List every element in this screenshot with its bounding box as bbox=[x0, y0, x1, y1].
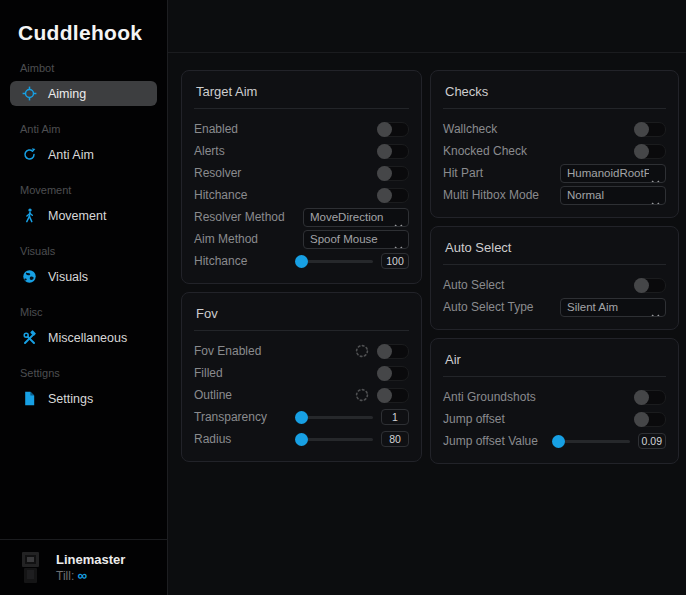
panel-title: Auto Select bbox=[443, 237, 666, 265]
sidebar-item-label: Settings bbox=[48, 392, 93, 406]
radius-slider[interactable] bbox=[301, 438, 373, 441]
setting-row: Resolver Method MoveDirection bbox=[194, 206, 409, 228]
setting-row: Auto Select Type Silent Aim bbox=[443, 296, 666, 318]
tools-icon bbox=[22, 330, 37, 345]
transparency-slider[interactable] bbox=[301, 416, 373, 419]
top-bar bbox=[168, 0, 686, 53]
slider-knob[interactable] bbox=[295, 411, 308, 424]
sidebar-item-label: Movement bbox=[48, 209, 106, 223]
file-icon bbox=[22, 391, 37, 406]
panel-checks: Checks Wallcheck Knocked Check Hit Part … bbox=[430, 70, 679, 218]
hitchance-toggle[interactable] bbox=[377, 188, 409, 203]
hitchance-slider[interactable] bbox=[301, 260, 373, 263]
sidebar-item-visuals[interactable]: Visuals bbox=[10, 264, 157, 289]
color-picker-icon[interactable] bbox=[355, 388, 369, 402]
section-label-visuals: Visuals bbox=[20, 245, 167, 257]
aim-method-select[interactable]: Spoof Mouse bbox=[303, 230, 409, 249]
radius-value[interactable]: 80 bbox=[381, 431, 409, 447]
crosshair-icon bbox=[22, 86, 37, 101]
color-picker-icon[interactable] bbox=[355, 344, 369, 358]
sidebar-item-movement[interactable]: Movement bbox=[10, 203, 157, 228]
walk-icon bbox=[22, 208, 37, 223]
setting-row: Aim Method Spoof Mouse bbox=[194, 228, 409, 250]
hit-part-select[interactable]: HumanoidRootPart bbox=[560, 164, 666, 183]
setting-row: Enabled bbox=[194, 118, 409, 140]
app-title: Cuddlehook bbox=[0, 0, 167, 45]
panel-target-aim: Target Aim Enabled Alerts Resolver Hitch… bbox=[181, 70, 422, 284]
setting-row: Alerts bbox=[194, 140, 409, 162]
filled-toggle[interactable] bbox=[377, 366, 409, 381]
setting-row: Hitchance bbox=[194, 184, 409, 206]
sidebar-nav: Aimbot Aiming Anti Aim Anti Aim Movement… bbox=[0, 62, 167, 411]
wallcheck-toggle[interactable] bbox=[634, 122, 666, 137]
setting-row: Multi Hitbox Mode Normal bbox=[443, 184, 666, 206]
auto-select-toggle[interactable] bbox=[634, 278, 666, 293]
sidebar-item-aiming[interactable]: Aiming bbox=[10, 81, 157, 106]
setting-row: Radius 80 bbox=[194, 428, 409, 450]
sidebar-item-label: Anti Aim bbox=[48, 148, 94, 162]
user-box[interactable]: Linemaster Till: ∞ bbox=[0, 539, 168, 595]
outline-toggle[interactable] bbox=[377, 388, 409, 403]
panel-title: Air bbox=[443, 349, 666, 377]
sidebar-item-settings[interactable]: Settings bbox=[10, 386, 157, 411]
section-label-movement: Movement bbox=[20, 184, 167, 196]
chevron-down-icon bbox=[651, 172, 660, 183]
alerts-toggle[interactable] bbox=[377, 144, 409, 159]
user-avatar bbox=[18, 550, 43, 586]
multi-hitbox-mode-select[interactable]: Normal bbox=[560, 186, 666, 205]
fov-enabled-toggle[interactable] bbox=[377, 344, 409, 359]
panel-auto-select: Auto Select Auto Select Auto Select Type… bbox=[430, 226, 679, 330]
setting-row: Jump offset Value 0.09 bbox=[443, 430, 666, 452]
slider-knob[interactable] bbox=[552, 435, 565, 448]
jump-offset-value[interactable]: 0.09 bbox=[638, 433, 666, 449]
knocked-check-toggle[interactable] bbox=[634, 144, 666, 159]
panel-title: Fov bbox=[194, 303, 409, 331]
setting-row: Anti Groundshots bbox=[443, 386, 666, 408]
sidebar-item-anti-aim[interactable]: Anti Aim bbox=[10, 142, 157, 167]
chevron-down-icon bbox=[651, 306, 660, 317]
chevron-down-icon bbox=[394, 216, 403, 227]
subscription-until: Till: ∞ bbox=[56, 568, 125, 584]
section-label-anti-aim: Anti Aim bbox=[20, 123, 167, 135]
sidebar-item-label: Visuals bbox=[48, 270, 88, 284]
panel-title: Target Aim bbox=[194, 81, 409, 109]
auto-select-type-select[interactable]: Silent Aim bbox=[560, 298, 666, 317]
panel-title: Checks bbox=[443, 81, 666, 109]
setting-row: Jump offset bbox=[443, 408, 666, 430]
setting-row: Transparency 1 bbox=[194, 406, 409, 428]
section-label-aimbot: Aimbot bbox=[20, 62, 167, 74]
anti-groundshots-toggle[interactable] bbox=[634, 390, 666, 405]
sidebar-item-miscellaneous[interactable]: Miscellaneous bbox=[10, 325, 157, 350]
panel-air: Air Anti Groundshots Jump offset Jump of… bbox=[430, 338, 679, 464]
jump-offset-value-slider[interactable] bbox=[558, 440, 630, 443]
setting-row: Outline bbox=[194, 384, 409, 406]
setting-row: Knocked Check bbox=[443, 140, 666, 162]
resolver-toggle[interactable] bbox=[377, 166, 409, 181]
resolver-method-select[interactable]: MoveDirection bbox=[303, 208, 409, 227]
section-label-misc: Misc bbox=[20, 306, 167, 318]
section-label-settings: Settigns bbox=[20, 367, 167, 379]
jump-offset-toggle[interactable] bbox=[634, 412, 666, 427]
user-name: Linemaster bbox=[56, 552, 125, 568]
setting-row: Resolver bbox=[194, 162, 409, 184]
setting-row: Hit Part HumanoidRootPart bbox=[443, 162, 666, 184]
globe-icon bbox=[22, 269, 37, 284]
setting-row: Auto Select bbox=[443, 274, 666, 296]
enabled-toggle[interactable] bbox=[377, 122, 409, 137]
setting-row: Filled bbox=[194, 362, 409, 384]
slider-knob[interactable] bbox=[295, 255, 308, 268]
rotate-icon bbox=[22, 147, 37, 162]
left-column: Target Aim Enabled Alerts Resolver Hitch… bbox=[181, 70, 422, 470]
sidebar-item-label: Miscellaneous bbox=[48, 331, 127, 345]
transparency-value[interactable]: 1 bbox=[381, 409, 409, 425]
setting-row: Wallcheck bbox=[443, 118, 666, 140]
infinity-symbol: ∞ bbox=[78, 568, 88, 583]
setting-row: Fov Enabled bbox=[194, 340, 409, 362]
right-column: Checks Wallcheck Knocked Check Hit Part … bbox=[430, 70, 679, 472]
chevron-down-icon bbox=[651, 194, 660, 205]
slider-knob[interactable] bbox=[295, 433, 308, 446]
chevron-down-icon bbox=[394, 238, 403, 249]
setting-row: Hitchance 100 bbox=[194, 250, 409, 272]
hitchance-value[interactable]: 100 bbox=[381, 253, 409, 269]
sidebar-item-label: Aiming bbox=[48, 87, 86, 101]
